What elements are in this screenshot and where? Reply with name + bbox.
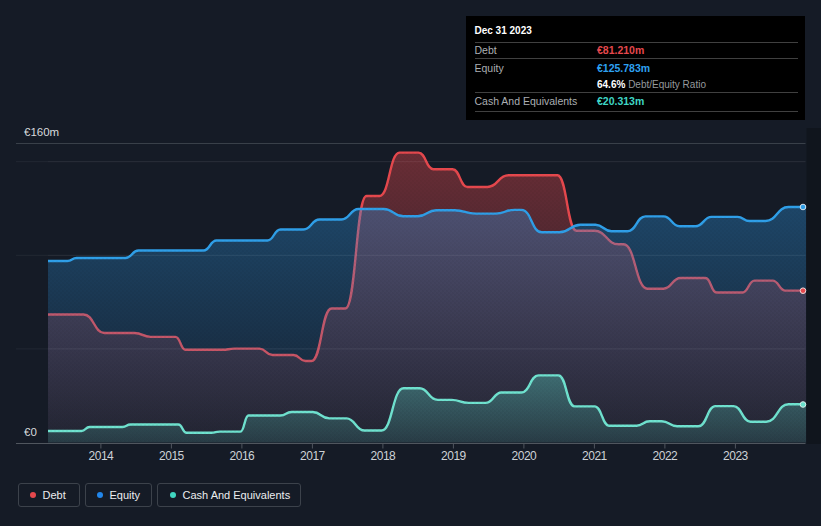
svg-text:2015: 2015 [159,449,185,463]
svg-text:2019: 2019 [441,449,467,463]
svg-text:2017: 2017 [300,449,326,463]
svg-text:2020: 2020 [512,449,538,463]
svg-text:€160m: €160m [24,126,59,138]
svg-text:2021: 2021 [582,449,608,463]
svg-text:2018: 2018 [371,449,397,463]
svg-text:2014: 2014 [89,449,115,463]
svg-text:2016: 2016 [230,449,256,463]
svg-text:2023: 2023 [723,449,749,463]
svg-text:2022: 2022 [653,449,679,463]
svg-text:€0: €0 [24,426,37,438]
